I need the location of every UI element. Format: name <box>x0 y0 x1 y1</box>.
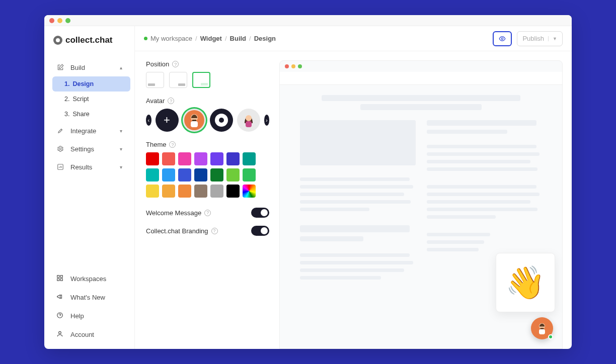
theme-swatch-1[interactable] <box>162 152 175 165</box>
theme-swatch-15[interactable] <box>162 185 175 198</box>
subnav-design[interactable]: 1. Design <box>52 76 130 92</box>
design-panel: Position ? Avatar ? ‹ + <box>146 60 269 349</box>
avatar-option-1[interactable] <box>183 109 206 132</box>
theme-swatch-7[interactable] <box>146 168 159 181</box>
theme-swatch-18[interactable] <box>210 185 223 198</box>
crumb-design[interactable]: Design <box>254 35 276 42</box>
chat-launcher[interactable] <box>531 317 553 339</box>
theme-swatch-8[interactable] <box>162 168 175 181</box>
minimize-dot[interactable] <box>57 18 62 23</box>
help-icon[interactable]: ? <box>168 98 174 104</box>
edit-icon <box>56 63 64 71</box>
branding-toggle[interactable] <box>251 226 269 236</box>
rocket-icon <box>56 127 64 135</box>
preview-pane: 👋 <box>279 60 563 349</box>
theme-swatch-6[interactable] <box>243 152 256 165</box>
wave-emoji-icon: 👋 <box>505 264 546 302</box>
subnav-script[interactable]: 2. Script <box>52 92 130 107</box>
window-titlebar <box>44 15 572 26</box>
theme-grid <box>146 152 269 198</box>
nav-build[interactable]: Build ▴ <box>48 58 130 76</box>
help-icon[interactable]: ? <box>211 228 218 234</box>
theme-swatch-17[interactable] <box>194 185 207 198</box>
svg-point-0 <box>59 148 61 150</box>
logo-icon <box>53 36 62 45</box>
avatar-man-icon <box>184 110 204 130</box>
theme-swatch-5[interactable] <box>226 152 240 165</box>
svg-rect-19 <box>541 328 544 329</box>
theme-swatch-0[interactable] <box>146 152 159 165</box>
position-label: Position ? <box>146 60 269 68</box>
theme-swatch-12[interactable] <box>226 168 240 181</box>
theme-swatch-11[interactable] <box>210 168 223 181</box>
maximize-dot[interactable] <box>65 18 70 23</box>
preview-button[interactable] <box>493 31 512 46</box>
help-icon <box>56 312 63 320</box>
svg-point-7 <box>59 331 61 334</box>
theme-swatch-4[interactable] <box>210 152 223 165</box>
svg-rect-15 <box>246 121 252 127</box>
help-icon[interactable]: ? <box>172 61 179 67</box>
nav-help[interactable]: Help <box>48 307 130 325</box>
avatar-next[interactable]: › <box>264 115 270 126</box>
crumb-build[interactable]: Build <box>230 35 247 42</box>
topbar: My workspace / Widget / Build / Design P… <box>135 26 572 51</box>
help-icon[interactable]: ? <box>204 210 211 216</box>
logo[interactable]: collect.chat <box>44 33 134 55</box>
welcome-label: Welcome Message ? <box>146 209 211 217</box>
chevron-down-icon: ▾ <box>120 164 122 170</box>
svg-rect-3 <box>60 276 62 278</box>
svg-rect-2 <box>57 276 59 278</box>
avatar-label: Avatar ? <box>146 97 269 105</box>
theme-swatch-2[interactable] <box>178 152 191 165</box>
theme-swatch-3[interactable] <box>194 152 207 165</box>
gear-icon <box>56 145 64 153</box>
subnav-share[interactable]: 3. Share <box>52 107 130 122</box>
hero-placeholder <box>300 95 542 110</box>
avatar-woman-icon <box>239 110 259 130</box>
close-dot <box>285 64 289 68</box>
position-left[interactable] <box>146 72 164 88</box>
publish-button[interactable]: Publish ▼ <box>517 31 563 46</box>
position-center[interactable] <box>169 72 187 88</box>
svg-point-6 <box>57 313 63 318</box>
crumb-widget[interactable]: Widget <box>200 35 222 42</box>
nav-account[interactable]: Account <box>48 325 130 344</box>
theme-swatch-16[interactable] <box>178 185 191 198</box>
nav-whats-new[interactable]: What's New <box>48 288 130 307</box>
theme-swatch-black[interactable] <box>226 185 240 198</box>
eye-icon <box>498 35 507 42</box>
nav-workspaces[interactable]: Workspaces <box>48 269 130 288</box>
avatar-prev[interactable]: ‹ <box>146 115 151 126</box>
welcome-bubble[interactable]: 👋 <box>496 253 555 312</box>
theme-swatch-10[interactable] <box>194 168 207 181</box>
preview-titlebar <box>280 61 562 72</box>
theme-swatch-custom[interactable] <box>243 185 256 198</box>
crumb-workspace[interactable]: My workspace <box>150 35 192 42</box>
logo-text: collect.chat <box>65 35 113 45</box>
svg-rect-4 <box>57 279 59 281</box>
nav-results[interactable]: Results ▾ <box>48 158 130 176</box>
preview-navbar <box>280 72 562 85</box>
status-dot-icon <box>144 37 147 40</box>
svg-rect-5 <box>60 279 62 281</box>
nav-integrate[interactable]: Integrate ▾ <box>48 122 130 140</box>
theme-swatch-14[interactable] <box>146 185 159 198</box>
help-icon[interactable]: ? <box>169 141 176 148</box>
avatar-option-2[interactable] <box>210 109 233 132</box>
close-dot[interactable] <box>49 18 54 23</box>
nav-settings[interactable]: Settings ▾ <box>48 140 130 158</box>
svg-point-14 <box>246 115 252 121</box>
avatar-option-3[interactable] <box>237 109 260 132</box>
theme-swatch-9[interactable] <box>178 168 191 181</box>
chat-bubble-icon <box>219 118 224 123</box>
avatar-add[interactable]: + <box>156 109 179 132</box>
avatar-man-icon <box>533 320 551 337</box>
grid-icon <box>56 275 63 283</box>
svg-rect-11 <box>191 121 198 127</box>
online-status-icon <box>548 334 553 339</box>
position-right-selected[interactable] <box>192 72 210 88</box>
breadcrumb: My workspace / Widget / Build / Design <box>144 35 488 42</box>
welcome-toggle[interactable] <box>251 208 269 218</box>
theme-swatch-13[interactable] <box>243 168 256 181</box>
